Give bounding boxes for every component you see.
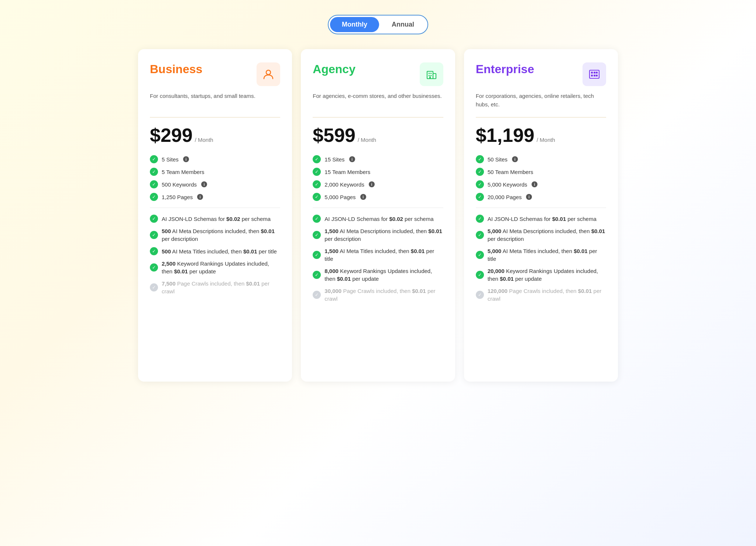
check-icon: ✓: [313, 291, 321, 299]
addon-feature-item: ✓ AI JSON-LD Schemas for $0.01 per schem…: [476, 215, 606, 223]
addon-feature-text: AI JSON-LD Schemas for $0.02 per schema: [324, 215, 433, 223]
price-amount: $599: [313, 124, 355, 146]
check-icon: ✓: [150, 247, 158, 255]
check-icon: ✓: [313, 168, 321, 176]
plan-icon-business: [257, 62, 280, 86]
check-icon: ✓: [476, 271, 484, 279]
core-feature-item: ✓ 5,000 Keywords i: [476, 180, 606, 188]
check-icon: ✓: [476, 251, 484, 259]
info-icon[interactable]: i: [532, 181, 537, 187]
svg-rect-5: [429, 75, 430, 76]
core-features-list: ✓ 15 Sites i ✓ 15 Team Members ✓ 2,000 K…: [313, 155, 443, 201]
info-icon[interactable]: i: [183, 156, 189, 162]
features-divider: [313, 208, 443, 208]
header-divider: [476, 117, 606, 117]
price-row: $299 / Month: [150, 124, 280, 146]
addon-feature-item: ✓ AI JSON-LD Schemas for $0.02 per schem…: [313, 215, 443, 223]
plan-icon-enterprise: [583, 62, 606, 86]
core-feature-item: ✓ 15 Sites i: [313, 155, 443, 163]
info-icon[interactable]: i: [197, 194, 203, 200]
core-feature-item: ✓ 50 Sites i: [476, 155, 606, 163]
addon-feature-text: AI JSON-LD Schemas for $0.02 per schema: [162, 215, 271, 223]
core-feature-item: ✓ 500 Keywords i: [150, 180, 280, 188]
addon-feature-item: ✓ 500 AI Meta Descriptions included, the…: [150, 227, 280, 243]
feature-text: 5,000 Pages: [324, 194, 355, 200]
core-feature-item: ✓ 50 Team Members: [476, 168, 606, 176]
svg-rect-10: [594, 72, 595, 74]
check-icon: ✓: [150, 168, 158, 176]
feature-text: 500 Keywords: [162, 181, 197, 188]
info-icon[interactable]: i: [369, 181, 375, 187]
core-feature-item: ✓ 5 Team Members: [150, 168, 280, 176]
features-divider: [150, 208, 280, 208]
feature-text: 1,250 Pages: [162, 194, 193, 200]
check-icon: ✓: [313, 180, 321, 188]
check-icon: ✓: [476, 155, 484, 163]
info-icon[interactable]: i: [349, 156, 355, 162]
plan-icon-agency: [420, 62, 443, 86]
plan-card-enterprise: Enterprise For corporations, agencies, o…: [464, 49, 618, 382]
core-feature-item: ✓ 20,000 Pages i: [476, 193, 606, 201]
info-icon[interactable]: i: [360, 194, 366, 200]
check-icon: ✓: [313, 271, 321, 279]
addon-feature-text: 1,500 AI Meta Descriptions included, the…: [324, 227, 443, 243]
plan-description-agency: For agencies, e-comm stores, and other b…: [313, 92, 443, 110]
addon-feature-item: ✓ 2,500 Keyword Rankings Updates include…: [150, 260, 280, 275]
check-icon: ✓: [476, 231, 484, 239]
feature-text: 5,000 Keywords: [488, 181, 528, 188]
check-icon: ✓: [313, 251, 321, 259]
check-icon: ✓: [150, 155, 158, 163]
billing-toggle-section: Monthly Annual: [7, 15, 749, 34]
addon-feature-text: 500 AI Meta Titles included, then $0.01 …: [162, 248, 277, 255]
svg-rect-7: [429, 76, 431, 79]
addon-feature-item: ✓ 120,000 Page Crawls included, then $0.…: [476, 287, 606, 303]
plan-card-business: Business For consultants, startups, and …: [138, 49, 292, 382]
feature-text: 50 Team Members: [488, 169, 533, 175]
card-header: Business: [150, 62, 280, 86]
pricing-cards-wrapper: Business For consultants, startups, and …: [138, 49, 618, 382]
price-row: $1,199 / Month: [476, 124, 606, 146]
svg-rect-12: [591, 75, 593, 76]
feature-text: 50 Sites: [488, 156, 508, 163]
check-icon: ✓: [150, 283, 158, 291]
check-icon: ✓: [150, 263, 158, 272]
monthly-toggle-button[interactable]: Monthly: [330, 17, 379, 32]
addon-feature-item: ✓ 20,000 Keyword Rankings Updates includ…: [476, 267, 606, 283]
addon-feature-item: ✓ 8,000 Keyword Rankings Updates include…: [313, 267, 443, 283]
check-icon: ✓: [150, 180, 158, 188]
plan-name-agency: Agency: [313, 62, 355, 76]
addon-feature-item: ✓ 5,000 AI Meta Descriptions included, t…: [476, 227, 606, 243]
info-icon[interactable]: i: [526, 194, 532, 200]
feature-text: 15 Team Members: [324, 169, 370, 175]
price-amount: $1,199: [476, 124, 535, 146]
addon-features-list: ✓ AI JSON-LD Schemas for $0.02 per schem…: [313, 215, 443, 303]
svg-rect-14: [596, 75, 598, 76]
header-divider: [150, 117, 280, 117]
svg-rect-8: [590, 70, 599, 78]
info-icon[interactable]: i: [201, 181, 207, 187]
addon-feature-text: 30,000 Page Crawls included, then $0.01 …: [324, 287, 443, 303]
feature-text: 5 Sites: [162, 156, 179, 163]
plan-name-enterprise: Enterprise: [476, 62, 534, 76]
addon-feature-text: 20,000 Keyword Rankings Updates included…: [488, 267, 606, 283]
addon-feature-text: 500 AI Meta Descriptions included, then …: [162, 227, 280, 243]
svg-rect-6: [430, 75, 432, 76]
check-icon: ✓: [313, 215, 321, 223]
check-icon: ✓: [476, 193, 484, 201]
toggle-container: Monthly Annual: [328, 15, 428, 34]
annual-toggle-button[interactable]: Annual: [380, 17, 426, 32]
core-feature-item: ✓ 1,250 Pages i: [150, 193, 280, 201]
addon-feature-item: ✓ AI JSON-LD Schemas for $0.02 per schem…: [150, 215, 280, 223]
addon-feature-text: AI JSON-LD Schemas for $0.01 per schema: [488, 215, 597, 223]
check-icon: ✓: [313, 231, 321, 239]
svg-rect-2: [433, 74, 436, 79]
info-icon[interactable]: i: [512, 156, 518, 162]
feature-text: 15 Sites: [324, 156, 344, 163]
addon-feature-text: 5,000 AI Meta Titles included, then $0.0…: [488, 247, 606, 263]
core-feature-item: ✓ 2,000 Keywords i: [313, 180, 443, 188]
feature-text: 5 Team Members: [162, 169, 205, 175]
svg-rect-4: [430, 73, 432, 74]
addon-feature-text: 2,500 Keyword Rankings Updates included,…: [162, 260, 280, 275]
addon-feature-text: 8,000 Keyword Rankings Updates included,…: [324, 267, 443, 283]
price-row: $599 / Month: [313, 124, 443, 146]
